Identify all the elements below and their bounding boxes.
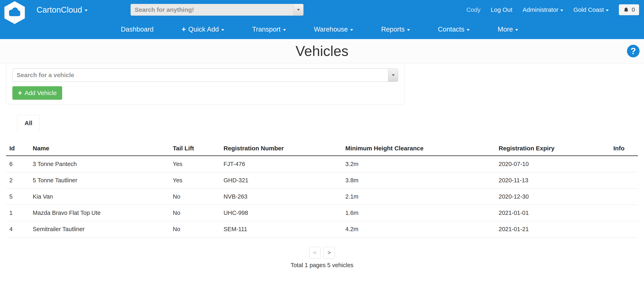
cell-registration-number: UHC-998 [220,205,342,221]
global-search-dropdown-toggle[interactable] [294,4,303,16]
table-row[interactable]: 4 Semitrailer Tautliner No SEM-111 4.2m … [6,221,638,237]
plus-icon: + [18,89,22,97]
cell-tail-lift: No [170,189,220,205]
question-icon: ? [630,46,636,56]
role-label: Administrator [522,6,558,13]
top-header: CartonCloud Cody Log Out Administrator G… [0,0,644,39]
cell-min-height-clearance: 2.1m [342,189,496,205]
vehicles-table: Id Name Tail Lift Registration Number Mi… [6,141,638,237]
cell-min-height-clearance: 1.6m [342,205,496,221]
cell-registration-expiry: 2021-01-21 [496,221,610,237]
pagination: < > [0,247,644,259]
cell-min-height-clearance: 3.8m [342,172,496,189]
nav-item-quick-add[interactable]: + Quick Add [182,26,224,33]
cell-id: 6 [6,156,30,172]
page-title: Vehicles [0,39,644,63]
pagination-summary: Total 1 pages 5 vehicles [0,262,644,268]
cell-name: 3 Tonne Pantech [30,156,170,172]
cell-registration-expiry: 2020-11-13 [496,172,610,189]
chevron-down-icon [515,29,518,31]
cell-tail-lift: Yes [170,172,220,189]
cell-name: Mazda Bravo Flat Top Ute [30,205,170,221]
logout-link[interactable]: Log Out [491,6,512,13]
col-header-registration-expiry: Registration Expiry [496,141,610,156]
cell-id: 4 [6,221,30,237]
role-menu[interactable]: Administrator [522,6,564,13]
chevron-down-icon [221,29,224,31]
col-header-name: Name [30,141,170,156]
col-header-min-height-clearance: Minimum Height Clearance [342,141,496,156]
global-search [130,4,304,16]
tenant-menu[interactable]: Gold Coast [573,6,609,13]
cell-registration-expiry: 2021-01-01 [496,205,610,221]
cell-registration-expiry: 2020-07-10 [496,156,610,172]
table-row[interactable]: 1 Mazda Bravo Flat Top Ute No UHC-998 1.… [6,205,638,221]
nav-item-dashboard[interactable]: Dashboard [121,26,154,33]
table-row[interactable]: 6 3 Tonne Pantech Yes FJT-476 3.2m 2020-… [6,156,638,172]
cell-tail-lift: No [170,221,220,237]
tab-all[interactable]: All [17,115,40,131]
nav-item-contacts[interactable]: Contacts [438,26,470,33]
notification-count-badge: 0 [632,7,635,13]
cell-min-height-clearance: 3.2m [342,156,496,172]
chevron-down-icon [297,9,300,11]
nav-item-more[interactable]: More [498,26,518,33]
chevron-down-icon [85,10,88,11]
nav-label: Quick Add [188,26,219,33]
cell-id: 5 [6,189,30,205]
cell-tail-lift: Yes [170,156,220,172]
chevron-down-icon [283,29,286,31]
chevron-down-icon [560,10,563,11]
brand-menu[interactable]: CartonCloud [36,5,88,15]
prev-page-button[interactable]: < [309,247,320,259]
cell-registration-number: SEM-111 [220,221,342,237]
add-vehicle-label: Add Vehicle [24,89,57,96]
nav-item-reports[interactable]: Reports [381,26,410,33]
help-button[interactable]: ? [627,45,640,57]
nav-label: Reports [381,26,405,33]
plus-icon: + [182,26,186,33]
nav-label: Dashboard [121,26,154,33]
table-header-row: Id Name Tail Lift Registration Number Mi… [6,141,638,156]
chevron-down-icon [606,10,609,11]
cell-name: Kia Van [30,189,170,205]
cell-min-height-clearance: 4.2m [342,221,496,237]
cell-name: Semitrailer Tautliner [30,221,170,237]
tenant-label: Gold Coast [573,6,604,13]
nav-item-warehouse[interactable]: Warehouse [314,26,353,33]
chevron-down-icon [350,29,353,31]
cell-registration-number: FJT-476 [220,156,342,172]
table-row[interactable]: 2 5 Tonne Tautliner Yes GHD-321 3.8m 202… [6,172,638,189]
user-name-link[interactable]: Cody [466,6,480,13]
cell-registration-expiry: 2020-12-30 [496,189,610,205]
nav-label: Warehouse [314,26,348,33]
cell-info [610,205,638,221]
cell-id: 1 [6,205,30,221]
cell-tail-lift: No [170,205,220,221]
main-nav: Dashboard + Quick Add Transport Warehous… [0,20,644,39]
header-row-main: CartonCloud Cody Log Out Administrator G… [0,0,644,20]
nav-item-transport[interactable]: Transport [252,26,286,33]
global-search-input[interactable] [131,4,294,16]
cell-info [610,221,638,237]
notifications-button[interactable]: 0 [619,4,639,15]
vehicle-search-input[interactable] [12,69,388,82]
add-vehicle-button[interactable]: + Add Vehicle [12,86,62,100]
cartoncloud-logo-icon[interactable] [3,1,26,24]
cell-id: 2 [6,172,30,189]
col-header-info: Info [610,141,638,156]
vehicle-search [12,68,398,82]
col-header-id: Id [6,141,30,156]
cell-name: 5 Tonne Tautliner [30,172,170,189]
col-header-tail-lift: Tail Lift [170,141,220,156]
cell-registration-number: NVB-263 [220,189,342,205]
next-page-button[interactable]: > [324,247,335,259]
chevron-down-icon [407,29,410,31]
cell-info [610,189,638,205]
table-row[interactable]: 5 Kia Van No NVB-263 2.1m 2020-12-30 [6,189,638,205]
page-title-bar: Vehicles ? [0,39,644,63]
nav-label: More [498,26,513,33]
brand-name: CartonCloud [36,5,82,15]
vehicle-search-dropdown-toggle[interactable] [388,69,398,82]
chevron-down-icon [467,29,470,31]
